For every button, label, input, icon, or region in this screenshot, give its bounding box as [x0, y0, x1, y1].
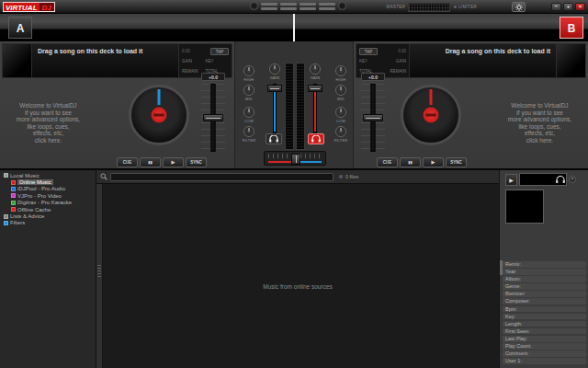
- deck-a-pitch-section: +0.0: [201, 73, 225, 152]
- folder-icon: [11, 180, 16, 185]
- deck-a-cover-art: [3, 44, 32, 77]
- sidebar-item-online-music[interactable]: Online Music: [0, 178, 96, 185]
- prelisten-player: ▶: [505, 173, 576, 186]
- record-indicator-icon[interactable]: [250, 2, 258, 10]
- deck-b-volume-handle[interactable]: [308, 85, 322, 92]
- sidebar-item-label: Online Music: [17, 179, 53, 185]
- deck-a-volume-handle[interactable]: [267, 85, 282, 92]
- deck-a-cue-button[interactable]: CUE: [117, 157, 138, 167]
- field-play-count: Play Count:: [503, 343, 586, 350]
- files-count: 0 files: [345, 174, 358, 179]
- limiter-indicator-icon: [454, 6, 457, 8]
- deck-b-jog-center: [424, 108, 439, 123]
- deck-b-pitch-value: +0.0: [361, 73, 385, 81]
- prelisten-wave-display[interactable]: [519, 173, 567, 186]
- sidebar-item-label: VJPro - Pro Video: [17, 193, 62, 199]
- deck-a-jogwheel[interactable]: [129, 85, 189, 145]
- pause-icon: ▮▮: [408, 160, 412, 165]
- deck-b-stutter-button[interactable]: ▮▮: [400, 157, 421, 167]
- deck-a-welcome-text[interactable]: Welcome to VirtualDJ If you want to see …: [5, 102, 92, 144]
- browser-scrollbar[interactable]: [96, 184, 103, 368]
- virtualdj-logo: VIRTUAL DJ: [3, 2, 55, 12]
- deck-b-cue-button[interactable]: CUE: [377, 157, 398, 167]
- field-album: Album:: [503, 276, 586, 282]
- sidebar-item-filters[interactable]: Filters: [0, 220, 96, 226]
- deck-b-jog-needle: [430, 89, 433, 105]
- crossfader-handle[interactable]: [291, 154, 300, 165]
- deck-a-gain-knob[interactable]: [269, 63, 280, 75]
- gain-label: GAIN: [311, 75, 321, 80]
- deck-a-drop-zone[interactable]: Drag a song on this deck to load it: [32, 44, 178, 77]
- deck-a-key-label: KEY: [206, 59, 230, 63]
- deck-b-pitch-slider[interactable]: [361, 84, 385, 152]
- deck-b-sync-button[interactable]: SYNC: [446, 157, 467, 167]
- deck-a-sync-button[interactable]: SYNC: [186, 157, 207, 167]
- high-label: HIGH: [244, 77, 254, 82]
- layout-toggle-icon[interactable]: [300, 3, 316, 10]
- minimize-button[interactable]: −: [551, 3, 561, 11]
- rhythm-wave-display: A B: [0, 14, 588, 41]
- maximize-button[interactable]: +: [563, 3, 573, 11]
- deck-b-high-knob[interactable]: [335, 65, 346, 76]
- logo-virtual-text: VIRTUAL: [3, 2, 40, 12]
- sidebar-item-vjpro[interactable]: VJPro - Pro Video: [0, 192, 96, 199]
- layout-toggle-icon[interactable]: [261, 3, 277, 10]
- deck-b-tap-button[interactable]: TAP: [359, 48, 378, 55]
- deck-b-jogwheel[interactable]: [401, 85, 461, 145]
- field-remix: Remix:: [503, 261, 586, 268]
- deck-a-play-button[interactable]: ▶: [163, 157, 184, 167]
- layout-toggle-icon[interactable]: [319, 3, 335, 10]
- prelisten-volume-knob[interactable]: [569, 176, 576, 183]
- deck-b-drop-zone[interactable]: Drag a song on this deck to load it: [410, 44, 556, 77]
- deck-a-volume-fader[interactable]: [267, 84, 282, 133]
- sidebar-item-local-music[interactable]: Local Music: [0, 172, 96, 178]
- gain-label: GAIN: [270, 75, 280, 80]
- layout-toggle-icon[interactable]: [280, 3, 297, 10]
- deck-b-play-button[interactable]: ▶: [423, 157, 444, 167]
- deck-a-stutter-button[interactable]: ▮▮: [140, 157, 161, 167]
- deck-a-pitch-slider[interactable]: [201, 84, 225, 152]
- field-user1: User 1:: [503, 358, 586, 364]
- deck-b-gain-knob[interactable]: [310, 63, 321, 75]
- field-key: Key:: [503, 314, 586, 320]
- deck-b-volume-fader[interactable]: [308, 84, 322, 133]
- settings-button[interactable]: [512, 2, 526, 12]
- deck-a-tap-button[interactable]: TAP: [210, 48, 229, 55]
- sidebar-item-idjpool[interactable]: iDJPool - Pro Audio: [0, 186, 96, 192]
- deck-a-eq-high-knob-unit: HIGH: [240, 65, 258, 82]
- track-info-fields: Remix: Year: Album: Genre: Remixer: Comp…: [503, 261, 586, 365]
- deck-b-headphone-cue-button[interactable]: [308, 133, 324, 144]
- deck-b-filter-knob[interactable]: [335, 126, 346, 137]
- field-year: Year:: [503, 269, 586, 275]
- deck-a-gain-label: GAIN: [182, 59, 206, 63]
- sidebar-item-lists-advice[interactable]: Lists & Advice: [0, 213, 96, 219]
- deck-b-welcome-text[interactable]: Welcome to VirtualDJ If you want to see …: [496, 102, 583, 144]
- record-indicator-icon[interactable]: [338, 2, 346, 10]
- deck-a-filter-knob[interactable]: [243, 126, 254, 137]
- close-button[interactable]: ×: [575, 3, 585, 11]
- prelisten-play-button[interactable]: ▶: [505, 174, 517, 186]
- deck-a-pitch-handle[interactable]: [203, 114, 223, 121]
- sidebar-item-digitrax[interactable]: Digitrax - Pro Karaoke: [0, 200, 96, 206]
- crossfader[interactable]: [264, 151, 326, 166]
- deck-a-low-knob[interactable]: [243, 107, 254, 118]
- sidebar-item-offline-cache[interactable]: Offline Cache: [0, 206, 96, 213]
- deck-a-high-knob[interactable]: [243, 65, 254, 76]
- mid-label: MID: [337, 97, 345, 101]
- deck-b-mid-knob[interactable]: [335, 85, 346, 96]
- deck-b-pitch-handle[interactable]: [363, 114, 383, 121]
- deck-a-transport: CUE ▮▮ ▶ SYNC: [117, 157, 207, 167]
- search-icon: [100, 173, 107, 180]
- master-vu-meter: [408, 3, 450, 12]
- deck-b-low-knob[interactable]: [335, 107, 346, 118]
- folder-icon: [4, 221, 8, 225]
- deck-b-bpm-value: 0.00: [383, 49, 407, 53]
- browser-file-list[interactable]: Music from online sources: [96, 184, 499, 368]
- search-input[interactable]: [110, 173, 334, 181]
- deck-b-letter-badge: B: [560, 17, 583, 39]
- deck-a: Drag a song on this deck to load it 0.00…: [0, 41, 234, 168]
- browser-empty-message: Music from online sources: [96, 283, 499, 290]
- deck-a-mid-knob[interactable]: [243, 85, 254, 96]
- scrollbar-grip[interactable]: [97, 265, 101, 278]
- deck-a-headphone-cue-button[interactable]: [266, 133, 282, 144]
